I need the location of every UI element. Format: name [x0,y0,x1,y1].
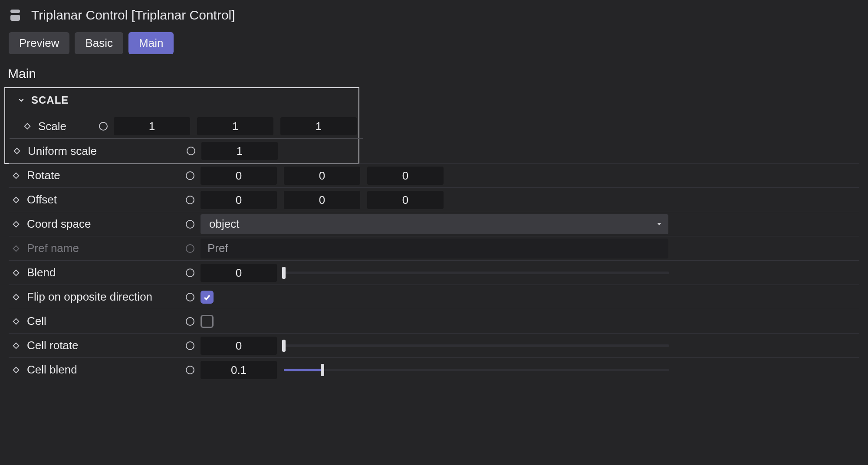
rotate-z-input[interactable]: 0 [367,167,444,185]
group-scale-label: SCALE [31,94,69,106]
keyframe-diamond-icon[interactable] [9,196,23,204]
offset-x-input[interactable]: 0 [201,191,277,209]
section-title: Main [8,66,859,81]
blend-input[interactable]: 0 [201,264,277,282]
svg-rect-6 [13,246,19,251]
input-indicator-icon[interactable] [187,147,195,155]
svg-rect-0 [25,124,30,129]
keyframe-diamond-icon[interactable] [9,220,23,228]
svg-rect-8 [13,294,19,300]
cell-blend-input[interactable]: 0.1 [201,361,277,379]
param-pref-name-label: Pref name [23,242,79,255]
cell-rotate-slider[interactable] [284,337,669,355]
svg-rect-10 [13,343,19,348]
keyframe-diamond-icon[interactable] [9,318,23,325]
cell-rotate-input[interactable]: 0 [201,337,277,355]
node-icon [9,9,22,22]
tab-bar: Preview Basic Main [9,32,859,54]
keyframe-diamond-icon [9,245,23,252]
svg-rect-3 [13,197,19,203]
scale-x-input[interactable]: 1 [114,117,190,135]
param-blend-label: Blend [23,266,56,279]
rotate-y-input[interactable]: 0 [284,167,360,185]
tab-basic[interactable]: Basic [75,32,123,54]
pref-name-placeholder: Pref [207,242,228,255]
scale-y-input[interactable]: 1 [197,117,273,135]
param-cell-row: Cell [9,309,859,333]
param-cell-rotate-row: Cell rotate 0 [9,333,859,357]
param-uniform-scale-row: Uniform scale 1 [10,139,358,163]
pref-name-input[interactable]: Pref [201,239,668,259]
input-indicator-icon[interactable] [186,293,194,301]
param-cell-rotate-label: Cell rotate [23,339,79,352]
rotate-x-input[interactable]: 0 [201,167,277,185]
node-title: Triplanar Control [Triplanar Control] [31,8,235,23]
input-indicator-icon[interactable] [186,220,194,229]
svg-rect-7 [13,270,19,275]
param-offset-label: Offset [23,193,57,206]
input-indicator-icon[interactable] [186,366,194,374]
dropdown-caret-icon [655,217,663,231]
keyframe-diamond-icon[interactable] [9,293,23,301]
param-coord-space-label: Coord space [23,217,91,231]
svg-rect-2 [13,173,19,178]
param-offset-row: Offset 0 0 0 [9,187,859,212]
tab-preview[interactable]: Preview [9,32,69,54]
param-cell-label: Cell [23,314,46,328]
param-flip-label: Flip on opposite direction [23,290,152,304]
input-indicator-icon[interactable] [99,122,108,131]
param-rotate-row: Rotate 0 0 0 [9,163,859,187]
input-indicator-icon [186,244,194,253]
keyframe-diamond-icon[interactable] [9,342,23,350]
svg-rect-1 [14,148,20,154]
cell-checkbox[interactable] [201,315,214,328]
coord-space-value: object [209,217,239,231]
input-indicator-icon[interactable] [186,171,194,180]
cell-blend-slider[interactable] [284,361,669,379]
input-indicator-icon[interactable] [186,269,194,277]
param-flip-row: Flip on opposite direction [9,285,859,309]
scale-group-highlight: SCALE Scale 1 1 1 Uniform scale [4,87,359,164]
input-indicator-icon[interactable] [186,317,194,326]
param-scale-label: Scale [35,120,66,133]
param-pref-name-row: Pref name Pref [9,236,859,260]
scale-z-input[interactable]: 1 [280,117,357,135]
blend-slider[interactable] [284,264,669,282]
uniform-scale-input[interactable]: 1 [201,142,278,160]
svg-rect-4 [13,221,19,227]
param-cell-blend-row: Cell blend 0.1 [9,357,859,382]
tab-main[interactable]: Main [128,32,174,54]
group-scale-header[interactable]: SCALE [10,88,358,114]
param-coord-space-row: Coord space object [9,212,859,236]
svg-marker-5 [658,223,661,225]
keyframe-diamond-icon[interactable] [9,172,23,180]
coord-space-select[interactable]: object [201,214,668,234]
offset-y-input[interactable]: 0 [284,191,360,209]
param-rotate-label: Rotate [23,169,60,182]
keyframe-diamond-icon[interactable] [20,122,35,130]
input-indicator-icon[interactable] [186,341,194,350]
input-indicator-icon[interactable] [186,196,194,204]
svg-rect-9 [13,318,19,324]
chevron-down-icon [17,96,25,104]
keyframe-diamond-icon[interactable] [10,147,24,155]
param-cell-blend-label: Cell blend [23,363,77,377]
param-scale-row: Scale 1 1 1 [10,114,358,138]
param-blend-row: Blend 0 [9,260,859,285]
keyframe-diamond-icon[interactable] [9,366,23,374]
flip-checkbox[interactable] [201,291,214,304]
param-uniform-scale-label: Uniform scale [24,144,97,158]
svg-rect-11 [13,367,19,373]
keyframe-diamond-icon[interactable] [9,269,23,277]
offset-z-input[interactable]: 0 [367,191,444,209]
